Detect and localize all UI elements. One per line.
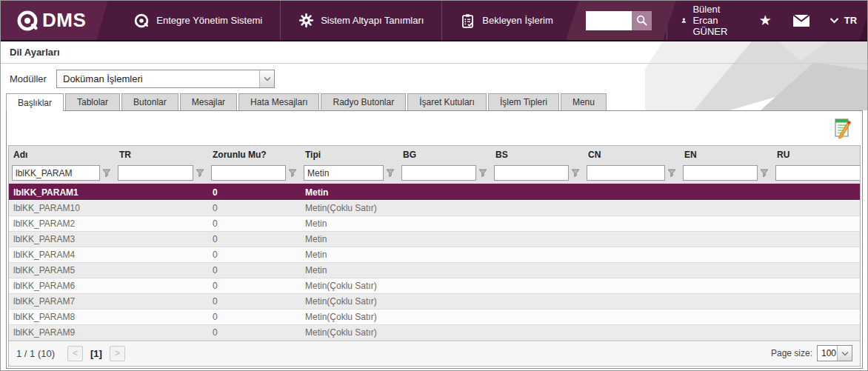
row-cell: Metin(Çoklu Satır) bbox=[301, 327, 398, 338]
column-header-bs[interactable]: BS bbox=[491, 150, 584, 160]
row-cell: 0 bbox=[208, 218, 301, 229]
filter-funnel-button[interactable] bbox=[193, 165, 206, 181]
page-size-dropdown[interactable]: 100 bbox=[817, 345, 852, 361]
column-header-tipi[interactable]: Tipi bbox=[301, 150, 398, 160]
tab-radyo-butonlar[interactable]: Radyo Butonlar bbox=[321, 93, 406, 110]
table-row[interactable]: lblKK_PARAM5 0 Metin bbox=[9, 263, 860, 278]
row-cell: lblKK_PARAM8 bbox=[9, 312, 115, 322]
filter-input[interactable] bbox=[494, 165, 569, 181]
tab-hata-mesajlari[interactable]: Hata Mesajları bbox=[238, 93, 319, 110]
column-header-ru[interactable]: RU bbox=[772, 150, 860, 160]
gear-icon bbox=[298, 13, 314, 28]
page-title: Dil Ayarları bbox=[10, 47, 60, 58]
filter-funnel-button[interactable] bbox=[665, 165, 678, 181]
nav-item-bekleyen-islerim[interactable]: Bekleyen İşlerim bbox=[441, 1, 570, 40]
row-cell: Metin bbox=[301, 187, 398, 198]
tab-butonlar[interactable]: Butonlar bbox=[121, 93, 178, 110]
column-header-cn[interactable]: CN bbox=[584, 150, 680, 160]
row-cell: 0 bbox=[208, 250, 301, 260]
filter-input[interactable] bbox=[12, 165, 100, 181]
filter-funnel-button[interactable] bbox=[569, 165, 581, 181]
filter-input[interactable] bbox=[211, 165, 286, 181]
row-cell: 0 bbox=[208, 296, 301, 307]
column-header-bg[interactable]: BG bbox=[398, 150, 491, 160]
row-cell: Metin(Çoklu Satır) bbox=[301, 281, 398, 291]
funnel-icon bbox=[571, 169, 580, 178]
row-cell: 0 bbox=[208, 312, 301, 322]
filter-input[interactable] bbox=[683, 165, 758, 181]
column-header-zorunlu-mu[interactable]: Zorunlu Mu? bbox=[208, 150, 301, 160]
row-cell: Metin(Çoklu Satır) bbox=[301, 203, 398, 213]
row-cell: Metin bbox=[301, 234, 398, 244]
table-row[interactable]: lblKK_PARAM6 0 Metin(Çoklu Satır) bbox=[9, 278, 860, 294]
pager-next-button[interactable]: > bbox=[110, 346, 125, 361]
filter-input[interactable] bbox=[118, 165, 193, 181]
edit-list-button[interactable] bbox=[830, 116, 854, 140]
nav-item-sistem-altyapi-tanimlari[interactable]: Sistem Altyapı Tanımları bbox=[280, 1, 441, 40]
qdms-window: DMS Entegre Yönetim Sistemi bbox=[0, 0, 868, 371]
pager-current-page[interactable]: [1] bbox=[90, 348, 102, 359]
modules-dropdown[interactable]: Doküman İşlemleri bbox=[56, 70, 275, 88]
column-header-en[interactable]: EN bbox=[680, 150, 772, 160]
modules-dropdown-value: Doküman İşlemleri bbox=[57, 73, 259, 84]
edit-list-icon bbox=[831, 117, 853, 139]
navbar-search bbox=[571, 1, 667, 40]
table-row[interactable]: lblKK_PARAM8 0 Metin(Çoklu Satır) bbox=[9, 310, 860, 325]
tab-isaret-kutulari[interactable]: İşaret Kutuları bbox=[407, 93, 487, 110]
filter-input[interactable] bbox=[587, 165, 665, 181]
filter-funnel-button[interactable] bbox=[384, 165, 396, 181]
filter-cell bbox=[208, 165, 301, 181]
search-button[interactable] bbox=[632, 11, 652, 30]
row-cell: Metin(Çoklu Satır) bbox=[301, 296, 398, 307]
help-button[interactable] bbox=[866, 1, 867, 40]
row-cell: lblKK_PARAM3 bbox=[9, 234, 115, 244]
module-filter-bar: Modüller Doküman İşlemleri bbox=[1, 64, 867, 93]
table-row[interactable]: lblKK_PARAM7 0 Metin(Çoklu Satır) bbox=[9, 294, 860, 310]
filter-input[interactable] bbox=[304, 165, 384, 181]
tab-basliklar[interactable]: Başlıklar bbox=[6, 93, 64, 111]
filter-cell bbox=[491, 165, 584, 181]
chevron-down-icon[interactable] bbox=[259, 70, 274, 87]
row-cell: lblKK_PARAM9 bbox=[9, 327, 115, 338]
favorites-button[interactable]: ★ bbox=[749, 1, 782, 40]
grid-filter-row bbox=[9, 163, 860, 184]
table-row[interactable]: lblKK_PARAM2 0 Metin bbox=[9, 216, 860, 232]
user-menu[interactable]: Bülent Ercan GÜNER bbox=[667, 1, 749, 40]
table-row[interactable]: lblKK_PARAM3 0 Metin bbox=[9, 232, 860, 247]
table-row[interactable]: lblKK_PARAM9 0 Metin(Çoklu Satır) bbox=[9, 325, 860, 341]
language-code: TR bbox=[844, 15, 857, 26]
row-cell: 0 bbox=[208, 234, 301, 244]
table-row[interactable]: lblKK_PARAM4 0 Metin bbox=[9, 247, 860, 263]
language-selector[interactable]: TR bbox=[821, 1, 866, 40]
column-header-tr[interactable]: TR bbox=[115, 150, 208, 160]
filter-funnel-button[interactable] bbox=[100, 165, 113, 181]
funnel-icon bbox=[102, 169, 111, 178]
search-input[interactable] bbox=[586, 11, 632, 30]
filter-funnel-button[interactable] bbox=[286, 165, 298, 181]
tab-tablolar[interactable]: Tablolar bbox=[65, 93, 120, 110]
funnel-icon bbox=[196, 169, 204, 178]
funnel-icon bbox=[288, 169, 297, 178]
grid-body: lblKK_PARAM1 0 Metin lblKK_PARAM10 0 Met… bbox=[9, 184, 860, 341]
column-header-adi[interactable]: Adı bbox=[9, 150, 115, 160]
filter-input[interactable] bbox=[401, 165, 476, 181]
funnel-icon bbox=[478, 169, 487, 178]
row-cell: 0 bbox=[208, 327, 301, 338]
messages-button[interactable] bbox=[782, 1, 821, 40]
tab-menu[interactable]: Menu bbox=[561, 93, 607, 110]
filter-funnel-button[interactable] bbox=[476, 165, 489, 181]
funnel-icon bbox=[667, 169, 676, 178]
filter-funnel-button[interactable] bbox=[758, 165, 770, 181]
qdms-logo[interactable]: DMS bbox=[1, 1, 105, 40]
pager-prev-button[interactable]: < bbox=[67, 346, 83, 361]
tab-islem-tipleri[interactable]: İşlem Tipleri bbox=[488, 93, 559, 110]
nav-item-entegre-yonetim-sistemi[interactable]: Entegre Yönetim Sistemi bbox=[116, 1, 280, 40]
tab-mesajlar[interactable]: Mesajlar bbox=[180, 93, 237, 110]
modules-label: Modüller bbox=[10, 73, 56, 84]
chevron-down-icon[interactable] bbox=[837, 346, 852, 361]
table-row[interactable]: lblKK_PARAM1 0 Metin bbox=[9, 185, 860, 201]
person-icon bbox=[681, 13, 687, 27]
magnifier-icon bbox=[635, 14, 648, 27]
table-row[interactable]: lblKK_PARAM10 0 Metin(Çoklu Satır) bbox=[9, 201, 860, 216]
filter-input[interactable] bbox=[775, 165, 861, 181]
